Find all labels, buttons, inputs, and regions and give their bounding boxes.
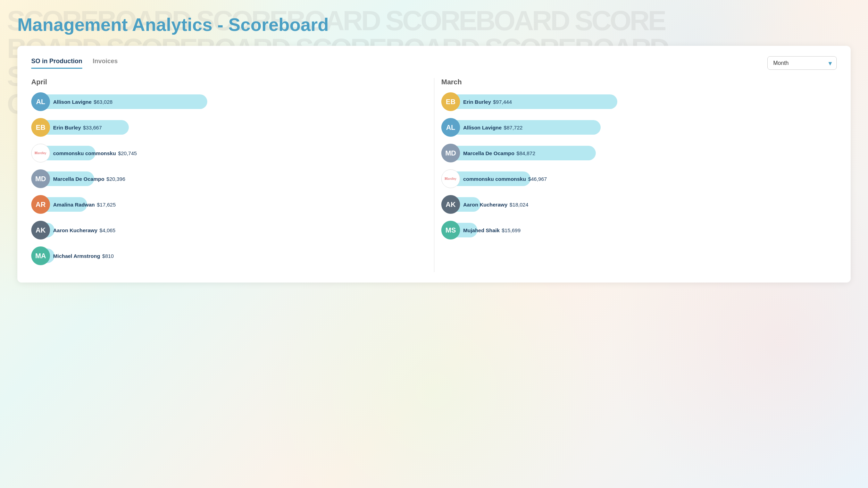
list-item: AKAaron Kucherawy$4,065: [31, 221, 424, 239]
score-label: Marcella De Ocampo$84,872: [463, 150, 535, 156]
left-column-heading: April: [31, 78, 427, 86]
tab-so-production[interactable]: SO in Production: [31, 58, 82, 69]
person-name: commonsku commonsku: [53, 150, 116, 156]
bar-wrapper: Erin Burley$33,667: [41, 120, 424, 135]
score-label: Aaron Kucherawy$18,024: [463, 202, 528, 208]
tab-invoices[interactable]: Invoices: [93, 58, 118, 69]
right-list[interactable]: EBErin Burley$97,444ALAllison Lavigne$87…: [441, 92, 837, 246]
list-item: AKAaron Kucherawy$18,024: [441, 195, 834, 214]
month-filter-wrapper: Month Week Year Quarter ▾: [767, 56, 837, 70]
score-amount: $18,024: [510, 202, 528, 208]
list-item: EBErin Burley$97,444: [441, 92, 834, 111]
card-header: SO in Production Invoices Month Week Yea…: [31, 56, 837, 70]
bar-wrapper: Erin Burley$97,444: [451, 94, 834, 109]
avatar: MS: [441, 221, 460, 239]
person-name: Marcella De Ocampo: [463, 150, 515, 156]
list-item: ALAllison Lavigne$87,722: [441, 118, 834, 137]
score-label: commonsku commonsku$20,745: [53, 150, 137, 156]
list-item: Handleycommonsku commonsku$46,967: [441, 169, 834, 188]
svg-text:H: H: [445, 176, 448, 180]
score-amount: $46,967: [528, 176, 547, 182]
bar-wrapper: Aaron Kucherawy$4,065: [41, 223, 424, 237]
score-amount: $17,625: [97, 202, 116, 208]
score-label: Amalina Radwan$17,625: [53, 202, 116, 208]
avatar: MD: [31, 169, 50, 188]
person-name: Marcella De Ocampo: [53, 176, 105, 182]
page-wrapper: Management Analytics - Scoreboard SO in …: [0, 0, 868, 488]
score-amount: $20,396: [107, 176, 125, 182]
list-item: MDMarcella De Ocampo$84,872: [441, 144, 834, 162]
svg-text:andley: andley: [38, 151, 47, 155]
score-label: Michael Armstrong$810: [53, 253, 114, 259]
person-name: Amalina Radwan: [53, 202, 95, 208]
person-name: Michael Armstrong: [53, 253, 100, 259]
score-amount: $15,699: [502, 227, 520, 233]
score-amount: $20,745: [118, 150, 137, 156]
bar-wrapper: Aaron Kucherawy$18,024: [451, 197, 834, 212]
bar-wrapper: commonsku commonsku$20,745: [41, 146, 424, 160]
score-amount: $97,444: [493, 99, 512, 105]
avatar: MD: [441, 144, 460, 162]
person-name: Allison Lavigne: [53, 99, 92, 105]
left-column: April ALAllison Lavigne$63,028EBErin Bur…: [31, 78, 434, 272]
score-label: Allison Lavigne$63,028: [53, 99, 112, 105]
person-name: commonsku commonsku: [463, 176, 526, 182]
score-amount: $33,667: [83, 125, 102, 131]
bar-wrapper: Amalina Radwan$17,625: [41, 197, 424, 212]
bar-wrapper: Mujahed Shaik$15,699: [451, 223, 834, 237]
tabs: SO in Production Invoices: [31, 58, 118, 69]
avatar: AL: [441, 118, 460, 137]
list-item: MSMujahed Shaik$15,699: [441, 221, 834, 239]
list-item: ARAmalina Radwan$17,625: [31, 195, 424, 214]
list-item: Handleycommonsku commonsku$20,745: [31, 144, 424, 162]
person-name: Erin Burley: [463, 99, 491, 105]
left-list[interactable]: ALAllison Lavigne$63,028EBErin Burley$33…: [31, 92, 427, 272]
score-label: Allison Lavigne$87,722: [463, 125, 523, 131]
avatar: AK: [441, 195, 460, 214]
score-label: Marcella De Ocampo$20,396: [53, 176, 125, 182]
bar-wrapper: commonsku commonsku$46,967: [451, 171, 834, 186]
svg-text:andley: andley: [448, 177, 457, 180]
svg-text:H: H: [35, 151, 38, 155]
score-amount: $4,065: [100, 227, 116, 233]
score-label: Mujahed Shaik$15,699: [463, 227, 520, 233]
month-select[interactable]: Month Week Year Quarter: [767, 56, 837, 70]
avatar: AL: [31, 92, 50, 111]
avatar: AK: [31, 221, 50, 239]
bar-wrapper: Allison Lavigne$87,722: [451, 120, 834, 135]
score-label: commonsku commonsku$46,967: [463, 176, 547, 182]
person-name: Mujahed Shaik: [463, 227, 500, 233]
right-column: March EBErin Burley$97,444ALAllison Lavi…: [434, 78, 837, 272]
score-amount: $63,028: [94, 99, 112, 105]
avatar: Handley: [441, 169, 460, 188]
score-label: Aaron Kucherawy$4,065: [53, 227, 115, 233]
avatar: Handley: [31, 144, 50, 162]
bar-wrapper: Allison Lavigne$63,028: [41, 94, 424, 109]
list-item: EBErin Burley$33,667: [31, 118, 424, 137]
avatar: EB: [31, 118, 50, 137]
score-amount: $810: [102, 253, 114, 259]
page-title: Management Analytics - Scoreboard: [17, 14, 851, 35]
columns: April ALAllison Lavigne$63,028EBErin Bur…: [31, 78, 837, 272]
right-column-heading: March: [441, 78, 837, 86]
score-label: Erin Burley$97,444: [463, 99, 512, 105]
list-item: MAMichael Armstrong$810: [31, 246, 424, 265]
list-item: MDMarcella De Ocampo$20,396: [31, 169, 424, 188]
bar-wrapper: Marcella De Ocampo$84,872: [451, 146, 834, 160]
avatar: MA: [31, 246, 50, 265]
person-name: Aaron Kucherawy: [53, 227, 98, 233]
person-name: Aaron Kucherawy: [463, 202, 508, 208]
score-amount: $87,722: [504, 125, 523, 131]
list-item: ALAllison Lavigne$63,028: [31, 92, 424, 111]
bar-wrapper: Marcella De Ocampo$20,396: [41, 171, 424, 186]
person-name: Erin Burley: [53, 125, 81, 131]
avatar: AR: [31, 195, 50, 214]
main-card: SO in Production Invoices Month Week Yea…: [17, 46, 851, 283]
score-label: Erin Burley$33,667: [53, 125, 102, 131]
person-name: Allison Lavigne: [463, 125, 502, 131]
bar-wrapper: Michael Armstrong$810: [41, 249, 424, 263]
score-amount: $84,872: [517, 150, 535, 156]
avatar: EB: [441, 92, 460, 111]
